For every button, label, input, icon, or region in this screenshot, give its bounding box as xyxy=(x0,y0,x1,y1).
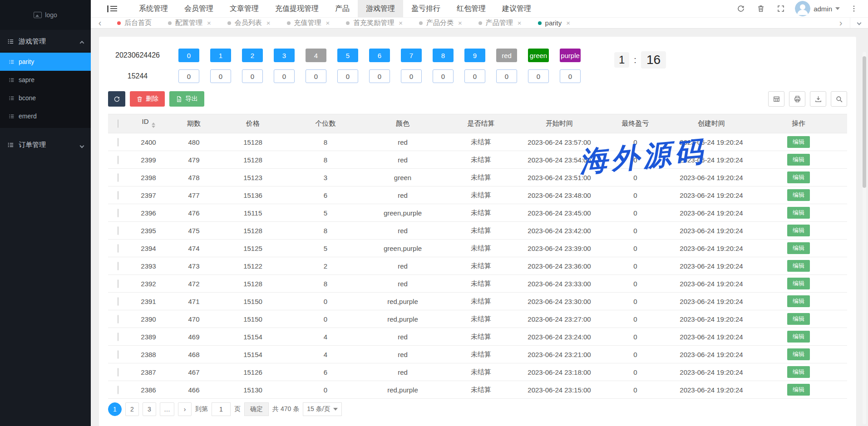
value-button-8[interactable]: 0 xyxy=(401,69,422,83)
edit-button[interactable]: 编辑 xyxy=(787,278,810,289)
tabs-dropdown-icon[interactable] xyxy=(850,18,868,28)
edit-button[interactable]: 编辑 xyxy=(787,348,810,360)
edit-button[interactable]: 编辑 xyxy=(787,384,810,396)
sidebar-item-sapre[interactable]: sapre xyxy=(0,71,91,89)
number-button-4[interactable]: 4 xyxy=(306,49,326,62)
refresh-button[interactable] xyxy=(108,91,125,107)
tab-close-icon[interactable]: × xyxy=(207,19,211,27)
page-button-2[interactable]: 2 xyxy=(125,402,139,416)
tab-后台首页[interactable]: 后台首页 xyxy=(109,18,160,28)
tab-首充奖励管理[interactable]: 首充奖励管理× xyxy=(338,18,411,28)
nav-item-1[interactable]: 系统管理 xyxy=(131,0,176,17)
nav-item-4[interactable]: 充值提现管理 xyxy=(267,0,327,17)
number-button-red[interactable]: red xyxy=(496,49,517,62)
row-checkbox[interactable] xyxy=(118,315,118,323)
print-button[interactable] xyxy=(789,91,805,107)
number-button-green[interactable]: green xyxy=(528,49,549,62)
number-button-1[interactable]: 1 xyxy=(210,49,231,62)
sidebar-item-bcone[interactable]: bcone xyxy=(0,89,91,107)
sidebar-item-emerd[interactable]: emerd xyxy=(0,107,91,125)
row-checkbox[interactable] xyxy=(118,209,118,217)
value-button-7[interactable]: 0 xyxy=(369,69,390,83)
edit-button[interactable]: 编辑 xyxy=(787,295,810,307)
nav-item-9[interactable]: 建议管理 xyxy=(494,0,539,17)
column-header-ID[interactable]: ID xyxy=(128,114,169,133)
tab-会员列表[interactable]: 会员列表× xyxy=(219,18,279,28)
value-button-2[interactable]: 0 xyxy=(210,69,231,83)
nav-item-5[interactable]: 产品 xyxy=(327,0,358,17)
number-button-7[interactable]: 7 xyxy=(401,49,422,62)
more-options-icon[interactable] xyxy=(845,0,863,17)
value-button-1[interactable]: 0 xyxy=(178,69,199,83)
edit-button[interactable]: 编辑 xyxy=(787,225,810,236)
value-button-6[interactable]: 0 xyxy=(337,69,358,83)
columns-button[interactable] xyxy=(768,91,784,107)
number-button-2[interactable]: 2 xyxy=(242,49,263,62)
number-button-3[interactable]: 3 xyxy=(274,49,295,62)
scrollbar-thumb[interactable] xyxy=(863,56,866,188)
edit-button[interactable]: 编辑 xyxy=(787,136,810,148)
goto-page-input[interactable] xyxy=(212,402,231,416)
value-button-12[interactable]: 0 xyxy=(528,69,549,83)
value-button-10[interactable]: 0 xyxy=(464,69,485,83)
nav-item-3[interactable]: 文章管理 xyxy=(222,0,267,17)
value-button-9[interactable]: 0 xyxy=(433,69,454,83)
confirm-button[interactable]: 确定 xyxy=(244,402,269,416)
page-button-›[interactable]: › xyxy=(178,402,192,416)
nav-item-7[interactable]: 盈亏排行 xyxy=(403,0,449,17)
edit-button[interactable]: 编辑 xyxy=(787,171,810,183)
trash-icon[interactable] xyxy=(752,0,769,17)
edit-button[interactable]: 编辑 xyxy=(787,366,810,378)
page-button-1[interactable]: 1 xyxy=(108,402,122,416)
edit-button[interactable]: 编辑 xyxy=(787,260,810,272)
row-checkbox[interactable] xyxy=(118,156,118,164)
fullscreen-icon[interactable] xyxy=(772,0,789,17)
tab-parity[interactable]: parity× xyxy=(530,18,578,28)
number-button-6[interactable]: 6 xyxy=(369,49,390,62)
value-button-11[interactable]: 0 xyxy=(496,69,517,83)
nav-item-6[interactable]: 游戏管理 xyxy=(358,0,403,17)
value-button-5[interactable]: 0 xyxy=(306,69,326,83)
sidebar-section-header-1[interactable]: 游戏管理 xyxy=(0,31,91,52)
scrollbar-track[interactable] xyxy=(863,52,866,424)
page-size-select[interactable]: 15 条/页 xyxy=(303,402,341,416)
edit-button[interactable]: 编辑 xyxy=(787,189,810,201)
row-checkbox[interactable] xyxy=(118,191,118,200)
row-checkbox[interactable] xyxy=(118,279,118,288)
row-checkbox[interactable] xyxy=(118,262,118,270)
export-button[interactable] xyxy=(810,91,826,107)
edit-button[interactable]: 编辑 xyxy=(787,313,810,325)
refresh-icon[interactable] xyxy=(732,0,750,17)
tabs-scroll-left-icon[interactable]: ‹ xyxy=(91,18,109,28)
user-menu[interactable]: admin xyxy=(792,1,843,16)
tab-close-icon[interactable]: × xyxy=(266,19,271,27)
tabs-scroll-right-icon[interactable]: › xyxy=(832,18,850,28)
edit-button[interactable]: 编辑 xyxy=(787,331,810,343)
number-button-8[interactable]: 8 xyxy=(433,49,454,62)
tab-close-icon[interactable]: × xyxy=(518,19,522,27)
row-checkbox[interactable] xyxy=(118,173,118,182)
sort-icon[interactable] xyxy=(152,121,155,130)
row-checkbox[interactable] xyxy=(118,244,118,253)
search-button[interactable] xyxy=(831,91,847,107)
tab-配置管理[interactable]: 配置管理× xyxy=(160,18,219,28)
tab-close-icon[interactable]: × xyxy=(566,19,570,27)
value-button-13[interactable]: 0 xyxy=(560,69,581,83)
number-button-9[interactable]: 9 xyxy=(464,49,485,62)
edit-button[interactable]: 编辑 xyxy=(787,242,810,254)
row-checkbox[interactable] xyxy=(118,333,118,341)
number-button-purple[interactable]: purple xyxy=(560,49,581,62)
select-all-checkbox[interactable] xyxy=(118,119,118,128)
row-checkbox[interactable] xyxy=(118,138,118,147)
edit-button[interactable]: 编辑 xyxy=(787,154,810,166)
value-button-4[interactable]: 0 xyxy=(274,69,295,83)
row-checkbox[interactable] xyxy=(118,226,118,235)
value-button-3[interactable]: 0 xyxy=(242,69,263,83)
tab-产品管理[interactable]: 产品管理× xyxy=(470,18,530,28)
tab-close-icon[interactable]: × xyxy=(399,19,403,27)
number-button-0[interactable]: 0 xyxy=(178,49,199,62)
tab-close-icon[interactable]: × xyxy=(458,19,462,27)
menu-toggle-icon[interactable] xyxy=(107,5,117,13)
tab-充值管理[interactable]: 充值管理× xyxy=(279,18,338,28)
page-button-…[interactable]: … xyxy=(160,402,174,416)
